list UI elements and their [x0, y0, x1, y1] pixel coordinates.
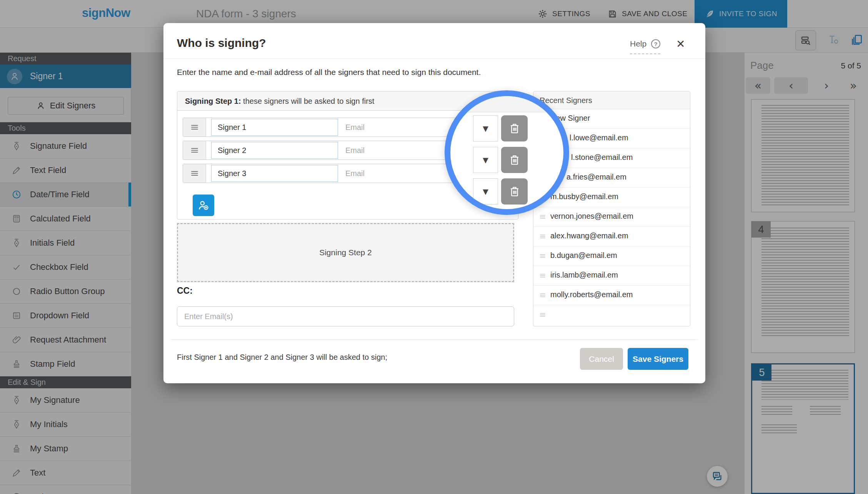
magnified-dropdown: ▼	[473, 178, 498, 205]
modal-description: Enter the name and e-mail address of all…	[177, 68, 481, 77]
who-is-signing-modal: Who is signing? Help ? ✕ Enter the name …	[163, 23, 705, 383]
recent-signer-item[interactable]: alex.hwang@email.em	[533, 227, 690, 246]
recent-signer-item[interactable]: iris.lamb@email.em	[533, 266, 690, 286]
cc-email-input[interactable]	[177, 306, 514, 326]
magnified-row: ▼	[450, 115, 563, 141]
recent-signer-item[interactable]: m.busby@email.em	[533, 188, 690, 207]
signing-step-2-dropzone[interactable]: Signing Step 2	[177, 223, 514, 282]
add-signer-button[interactable]	[193, 195, 214, 216]
recent-signer-item[interactable]: b.dugan@email.em	[533, 246, 690, 266]
app-screen: signNow NDA form - 3 signers SETTINGS SA…	[0, 0, 868, 494]
drag-handle-icon	[539, 252, 546, 260]
drag-handle-icon[interactable]	[183, 164, 206, 183]
recent-signer-item[interactable]: molly.roberts@email.em	[533, 286, 690, 305]
recent-signers-title: Recent Signers	[533, 91, 690, 109]
question-icon: ?	[651, 39, 660, 48]
magnified-row: ▼	[450, 178, 563, 205]
signing-order-note: First Signer 1 and Signer 2 and Signer 3…	[177, 353, 387, 362]
modal-title: Who is signing?	[177, 37, 266, 50]
drag-handle-icon	[539, 233, 546, 240]
divider	[171, 339, 698, 340]
magnified-trash-button	[501, 147, 528, 173]
drag-handle-icon[interactable]	[183, 118, 206, 136]
person-plus-icon	[197, 199, 210, 211]
close-icon[interactable]: ✕	[676, 38, 685, 50]
magnified-trash-button	[501, 178, 528, 205]
magnified-dropdown: ▼	[473, 115, 498, 141]
signer-name-input[interactable]	[211, 119, 338, 136]
cc-label: CC:	[177, 286, 193, 296]
magnified-dropdown: ▼	[473, 147, 498, 173]
magnified-trash-button	[501, 115, 528, 141]
trash-icon	[508, 122, 521, 135]
divider	[163, 58, 705, 59]
recent-signer-item[interactable]: vernon.jones@email.em	[533, 207, 690, 227]
drag-handle-icon[interactable]	[183, 141, 206, 160]
trash-icon	[508, 153, 521, 166]
magnified-row: ▼	[450, 147, 563, 173]
save-signers-button[interactable]: Save Signers	[628, 348, 688, 370]
drag-handle-icon	[539, 213, 546, 221]
magnifier-highlight-circle: ▼ ▼ ▼	[445, 90, 569, 215]
recent-signer-empty[interactable]	[533, 305, 690, 326]
help-link[interactable]: Help ?	[630, 39, 660, 54]
drag-handle-icon	[539, 311, 546, 319]
cancel-button[interactable]: Cancel	[580, 348, 623, 370]
drag-handle-icon	[539, 272, 546, 279]
trash-icon	[508, 185, 521, 198]
signer-name-input[interactable]	[211, 165, 338, 182]
drag-handle-icon	[539, 291, 546, 299]
signer-name-input[interactable]	[211, 142, 338, 159]
